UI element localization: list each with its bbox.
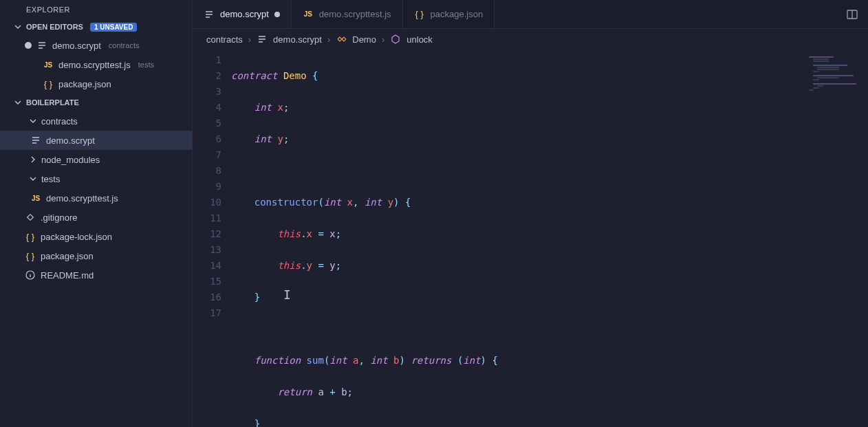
tab-demo-scrypttest[interactable]: JS demo.scrypttest.js [292, 0, 403, 28]
project-label: BOILERPLATE [26, 98, 79, 107]
breadcrumb-sep-icon: › [327, 34, 330, 45]
modified-dot-icon [25, 42, 32, 49]
open-editor-demo-scrypt[interactable]: demo.scrypt contracts [0, 36, 192, 55]
breadcrumb-sep-icon: › [248, 34, 251, 45]
unsaved-badge: 1 UNSAVED [90, 23, 138, 32]
folder-label: tests [41, 174, 60, 184]
editor-label: package.json [58, 79, 111, 89]
minimap[interactable] [806, 50, 868, 427]
file-demo-scrypttest-js[interactable]: JS demo.scrypttest.js [0, 188, 192, 208]
crumb-method[interactable]: unlock [406, 34, 433, 45]
folder-node-modules[interactable]: node_modules [0, 150, 192, 169]
file-readme[interactable]: README.md [0, 265, 192, 285]
js-icon: JS [30, 193, 41, 204]
folder-contracts[interactable]: contracts [0, 111, 192, 131]
open-editor-package-json[interactable]: { } package.json [0, 74, 192, 94]
editor-area: demo.scrypt JS demo.scrypttest.js { } pa… [193, 0, 868, 427]
tab-label: package.json [431, 9, 484, 19]
chevron-right-icon [28, 154, 39, 165]
editor-label: demo.scrypt [52, 41, 101, 51]
code-area[interactable]: 1234567891011121314151617 contract Demo … [193, 50, 868, 427]
file-label: demo.scrypt [46, 135, 95, 146]
tab-label: demo.scrypttest.js [319, 9, 391, 19]
breadcrumb-sep-icon: › [382, 34, 384, 45]
sidebar: EXPLORER OPEN EDITORS 1 UNSAVED demo.scr… [0, 0, 193, 427]
folder-label: contracts [41, 116, 78, 127]
file-label: package.json [41, 251, 94, 261]
chevron-down-icon [12, 97, 23, 108]
chevron-down-icon [28, 173, 39, 184]
project-header[interactable]: BOILERPLATE [0, 94, 192, 111]
file-gitignore[interactable]: .gitignore [0, 208, 192, 227]
chevron-down-icon [28, 116, 39, 127]
file-demo-scrypt[interactable]: demo.scrypt [0, 131, 192, 150]
modified-dot-icon [274, 12, 280, 17]
lines-icon [36, 40, 47, 51]
crumb-file[interactable]: demo.scrypt [273, 34, 322, 45]
code-content[interactable]: contract Demo { int x; int y; constructo… [231, 50, 868, 427]
lines-icon [30, 135, 41, 146]
info-icon [25, 270, 36, 281]
symbol-method-icon [390, 34, 401, 45]
tab-label: demo.scrypt [220, 9, 269, 19]
file-label: .gitignore [41, 212, 77, 223]
js-icon: JS [303, 9, 314, 20]
symbol-class-icon [336, 34, 347, 45]
open-editors-label: OPEN EDITORS [26, 23, 83, 31]
line-numbers: 1234567891011121314151617 [193, 50, 231, 427]
tab-package-json[interactable]: { } package.json [403, 0, 495, 28]
file-label: README.md [41, 270, 94, 281]
file-package-json[interactable]: { } package.json [0, 246, 192, 265]
crumb-contracts[interactable]: contracts [206, 34, 243, 45]
js-icon: JS [43, 59, 54, 70]
editor-meta: tests [138, 61, 154, 69]
tab-bar: demo.scrypt JS demo.scrypttest.js { } pa… [193, 0, 868, 29]
file-package-lock[interactable]: { } package-lock.json [0, 227, 192, 246]
crumb-class[interactable]: Demo [352, 34, 376, 45]
tab-demo-scrypt[interactable]: demo.scrypt [193, 0, 292, 28]
file-label: package-lock.json [41, 232, 112, 242]
breadcrumb[interactable]: contracts › demo.scrypt › Demo › unlock [193, 29, 868, 50]
diamond-icon [25, 212, 36, 223]
explorer-title: EXPLORER [0, 0, 192, 18]
file-label: demo.scrypttest.js [46, 193, 118, 204]
open-editor-demo-scrypttest[interactable]: JS demo.scrypttest.js tests [0, 55, 192, 74]
folder-label: node_modules [41, 155, 100, 165]
open-editors-header[interactable]: OPEN EDITORS 1 UNSAVED [0, 18, 192, 36]
braces-icon: { } [25, 250, 36, 261]
lines-icon [204, 9, 215, 20]
braces-icon: { } [25, 231, 36, 242]
editor-label: demo.scrypttest.js [58, 60, 131, 70]
text-cursor-icon: 𝙸 [283, 287, 284, 299]
editor-meta: contracts [109, 41, 140, 50]
lines-icon [257, 34, 268, 45]
folder-tests[interactable]: tests [0, 169, 192, 188]
braces-icon: { } [43, 78, 54, 89]
chevron-down-icon [12, 21, 23, 32]
split-editor-button[interactable] [836, 0, 868, 28]
braces-icon: { } [414, 9, 425, 20]
svg-rect-0 [28, 215, 33, 220]
